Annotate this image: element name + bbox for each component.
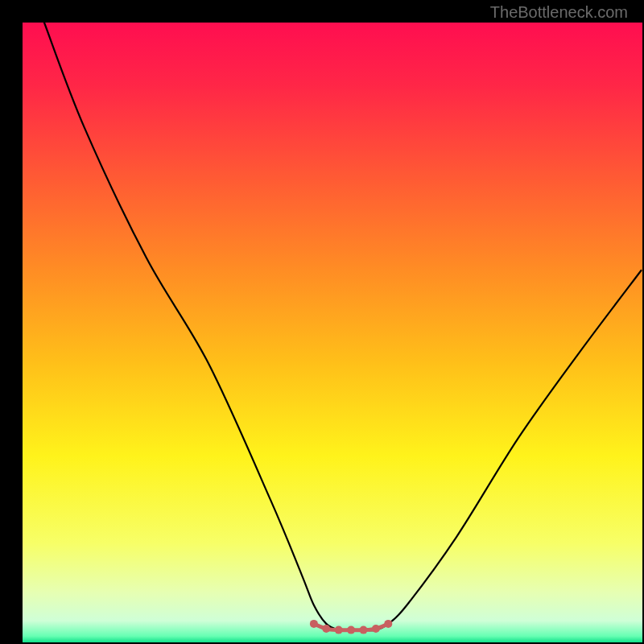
plot-background (23, 23, 642, 642)
bottleneck-chart (0, 0, 644, 644)
watermark-text: TheBottleneck.com (490, 3, 628, 22)
svg-point-2 (335, 626, 343, 634)
chart-container: TheBottleneck.com (0, 0, 644, 644)
svg-point-1 (322, 625, 330, 633)
svg-point-6 (384, 620, 392, 628)
svg-point-3 (347, 626, 355, 634)
svg-point-4 (360, 626, 368, 634)
svg-point-5 (372, 625, 380, 633)
svg-point-0 (310, 620, 318, 628)
